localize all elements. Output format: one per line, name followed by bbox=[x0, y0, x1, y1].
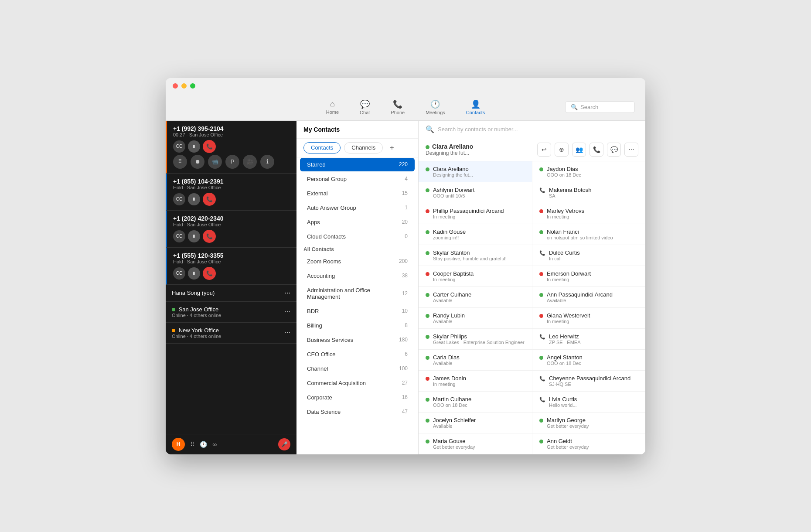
contact-card-phillip[interactable]: Phillip Passaquindici Arcand In meeting bbox=[419, 203, 532, 224]
end-call-button-1[interactable]: 📞 bbox=[203, 140, 216, 153]
contact-card-dulce[interactable]: 📞 Dulce Curtis In call bbox=[532, 245, 645, 266]
contact-card-emerson[interactable]: Emerson Dorwart In meeting bbox=[532, 266, 645, 287]
bdr-group[interactable]: BDR 10 bbox=[300, 304, 415, 318]
personal-group[interactable]: Personal Group 4 bbox=[300, 172, 415, 186]
camera-btn[interactable]: 🎥 bbox=[243, 155, 257, 169]
more-button[interactable]: ··· bbox=[624, 143, 638, 157]
contact-card-carla[interactable]: Carla Dias Available bbox=[419, 350, 532, 371]
phillip-status bbox=[426, 209, 429, 213]
cc-button-4[interactable]: CC bbox=[173, 267, 185, 280]
contact-card-cheyenne[interactable]: 📞 Cheyenne Passaquindici Arcand SJ-HQ SE bbox=[532, 371, 645, 392]
nav-chat[interactable]: 💬 Chat bbox=[356, 98, 373, 117]
call-button[interactable]: 📞 bbox=[590, 143, 603, 157]
info-btn[interactable]: ℹ bbox=[260, 155, 274, 169]
cloud-contacts-group[interactable]: Cloud Contacts 0 bbox=[300, 230, 415, 243]
you-more-icon[interactable]: ··· bbox=[285, 289, 290, 297]
contact-card-makenna[interactable]: 📞 Makenna Botosh SA bbox=[532, 182, 645, 203]
contact-card-skylar-s[interactable]: Skylar Stanton Stay positive, humble and… bbox=[419, 245, 532, 266]
contact-card-livia[interactable]: 📞 Livia Curtis Hello world... bbox=[532, 392, 645, 413]
keypad-btn[interactable]: ⠿ bbox=[173, 155, 187, 169]
leo-name: Leo Herwitz bbox=[549, 333, 581, 340]
contact-card-ashlynn[interactable]: Ashlynn Dorwart OOO until 10/5 bbox=[419, 182, 532, 203]
group-button[interactable]: 👥 bbox=[572, 143, 586, 157]
contact-card-ann-g[interactable]: Ann Geidt Get better everyday bbox=[532, 433, 645, 454]
nav-home[interactable]: ⌂ Home bbox=[323, 98, 342, 117]
contacts-tab[interactable]: Contacts bbox=[303, 142, 341, 153]
new-york-more-icon[interactable]: ··· bbox=[285, 329, 290, 337]
pause-button-1[interactable]: ⏸ bbox=[188, 140, 200, 153]
accounting-group[interactable]: Accounting 38 bbox=[300, 269, 415, 283]
minimize-button[interactable] bbox=[181, 83, 187, 89]
nav-meetings[interactable]: 🕐 Meetings bbox=[422, 98, 449, 117]
contact-card-randy[interactable]: Randy Lubin Available bbox=[419, 308, 532, 329]
keypad-bottom-icon[interactable]: ⠿ bbox=[190, 441, 194, 448]
new-york-channel[interactable]: New York Office Online · 4 others online… bbox=[166, 323, 296, 344]
end-call-button-2[interactable]: 📞 bbox=[203, 193, 216, 206]
history-icon[interactable]: 🕐 bbox=[200, 441, 207, 448]
pause-button-2[interactable]: ⏸ bbox=[188, 193, 200, 205]
auto-answer-group[interactable]: Auto Answer Group 1 bbox=[300, 201, 415, 215]
contact-card-marley[interactable]: Marley Vetrovs In meeting bbox=[532, 203, 645, 224]
commercial-group[interactable]: Commercial Acquisition 27 bbox=[300, 376, 415, 390]
contact-card-clara[interactable]: Clara Arellano Designing the fut... bbox=[419, 161, 532, 182]
contact-card-jaydon[interactable]: Jaydon Dias OOO on 18 Dec bbox=[532, 161, 645, 182]
mic-button[interactable]: 🎤 bbox=[278, 438, 290, 450]
san-jose-more-icon[interactable]: ··· bbox=[285, 308, 290, 316]
ceo-office-group[interactable]: CEO Office 6 bbox=[300, 348, 415, 361]
nav-contacts[interactable]: 👤 Contacts bbox=[463, 98, 488, 117]
zoom-rooms-group[interactable]: Zoom Rooms 200 bbox=[300, 255, 415, 268]
apps-group[interactable]: Apps 20 bbox=[300, 215, 415, 229]
business-services-group[interactable]: Business Services 180 bbox=[300, 333, 415, 347]
add-tab-button[interactable]: + bbox=[386, 142, 397, 153]
contact-card-nolan[interactable]: Nolan Franci on hotspot atm so limited v… bbox=[532, 224, 645, 245]
marilyn-note: Get better everyday bbox=[547, 423, 589, 429]
kadin-info: Kadin Gouse zooming in!! bbox=[433, 228, 466, 240]
pause-button-3[interactable]: ⏸ bbox=[188, 230, 200, 242]
end-call-button-4[interactable]: 📞 bbox=[203, 267, 216, 280]
chat-button[interactable]: 💬 bbox=[607, 143, 621, 157]
phillip-name: Phillip Passaquindici Arcand bbox=[433, 208, 504, 214]
contact-card-angel[interactable]: Angel Stanton OOO on 18 Dec bbox=[532, 350, 645, 371]
callback-button[interactable]: ↩ bbox=[537, 143, 551, 157]
you-item[interactable]: Hana Song (you) ··· bbox=[166, 285, 296, 302]
contact-card-maria[interactable]: Maria Gouse Get better everyday bbox=[419, 433, 532, 454]
contact-card-giana[interactable]: Giana Westervelt In meeting bbox=[532, 308, 645, 329]
contact-card-ann-p[interactable]: Ann Passaquindici Arcand Available bbox=[532, 287, 645, 308]
admin-group[interactable]: Administration and Office Management 12 bbox=[300, 283, 415, 304]
contact-card-jocelyn[interactable]: Jocelyn Schleifer Available bbox=[419, 413, 532, 433]
contact-card-james[interactable]: James Donin In meeting bbox=[419, 371, 532, 392]
close-button[interactable] bbox=[173, 83, 178, 89]
search-contacts-input[interactable] bbox=[438, 126, 638, 133]
cc-button-1[interactable]: CC bbox=[173, 140, 185, 153]
contact-card-cooper[interactable]: Cooper Baptista In meeting bbox=[419, 266, 532, 287]
app-window: ⌂ Home 💬 Chat 📞 Phone 🕐 Meetings 👤 Conta… bbox=[166, 78, 645, 454]
pause-button-4[interactable]: ⏸ bbox=[188, 267, 200, 280]
channels-tab[interactable]: Channels bbox=[344, 142, 383, 153]
corporate-group[interactable]: Corporate 16 bbox=[300, 391, 415, 404]
contact-action-buttons: ↩ ⊕ 👥 📞 💬 ··· bbox=[537, 143, 638, 157]
cc-button-2[interactable]: CC bbox=[173, 193, 185, 205]
starred-group[interactable]: Starred 220 bbox=[300, 158, 415, 171]
maximize-button[interactable] bbox=[190, 83, 195, 89]
channel-group[interactable]: Channel 100 bbox=[300, 362, 415, 375]
nav-search[interactable]: 🔍 Search bbox=[565, 101, 635, 113]
ashlynn-name: Ashlynn Dorwart bbox=[433, 187, 474, 193]
record-btn[interactable]: ⏺ bbox=[191, 155, 204, 169]
contact-card-leo[interactable]: 📞 Leo Herwitz ZP SE - EMEA bbox=[532, 329, 645, 350]
parking-btn[interactable]: P bbox=[225, 155, 239, 169]
cc-button-3[interactable]: CC bbox=[173, 230, 185, 242]
data-science-group[interactable]: Data Science 47 bbox=[300, 405, 415, 419]
contact-card-skylar-p[interactable]: Skylar Philips Great Lakes - Enterprise … bbox=[419, 329, 532, 350]
add-contact-button[interactable]: ⊕ bbox=[555, 143, 569, 157]
contact-card-kadin[interactable]: Kadin Gouse zooming in!! bbox=[419, 224, 532, 245]
end-call-button-3[interactable]: 📞 bbox=[203, 230, 216, 243]
contact-card-marilyn[interactable]: Marilyn George Get better everyday bbox=[532, 413, 645, 433]
san-jose-channel[interactable]: San Jose Office Online · 4 others online… bbox=[166, 302, 296, 323]
voicemail-icon[interactable]: ∞ bbox=[212, 441, 217, 448]
contact-card-martin[interactable]: Martin Culhane OOO on 18 Dec bbox=[419, 392, 532, 413]
billing-group[interactable]: Billing 8 bbox=[300, 319, 415, 332]
contact-card-carter[interactable]: Carter Culhane Available bbox=[419, 287, 532, 308]
nav-phone[interactable]: 📞 Phone bbox=[387, 98, 408, 117]
external-group[interactable]: External 15 bbox=[300, 187, 415, 200]
video-btn[interactable]: 📹 bbox=[208, 155, 222, 169]
